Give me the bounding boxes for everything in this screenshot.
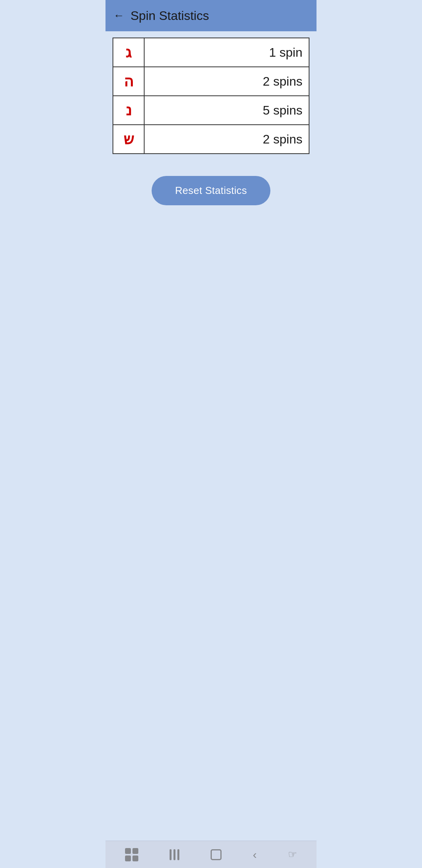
back-arrow-icon: ← bbox=[113, 10, 124, 21]
grid-nav-button[interactable] bbox=[125, 848, 138, 861]
count-cell: 2 spins bbox=[144, 125, 309, 154]
count-cell: 5 spins bbox=[144, 96, 309, 125]
table-row: נ5 spins bbox=[113, 96, 309, 125]
back-chevron-icon: ‹ bbox=[253, 849, 257, 861]
bars-icon bbox=[170, 849, 179, 860]
count-cell: 2 spins bbox=[144, 67, 309, 96]
back-button[interactable]: ← bbox=[113, 10, 124, 21]
hand-icon: ☞ bbox=[288, 848, 297, 861]
header: ← Spin Statistics bbox=[106, 0, 316, 31]
navigation-bar: ‹ ☞ bbox=[106, 841, 316, 868]
screen: ← Spin Statistics ג1 spinה2 spinsנ5 spin… bbox=[106, 0, 316, 868]
symbol-cell: ג bbox=[113, 38, 144, 67]
square-icon bbox=[211, 849, 222, 860]
symbol-cell: נ bbox=[113, 96, 144, 125]
main-content: ג1 spinה2 spinsנ5 spinsש2 spins Reset St… bbox=[106, 31, 316, 841]
table-row: ש2 spins bbox=[113, 125, 309, 154]
table-row: ג1 spin bbox=[113, 38, 309, 67]
accessibility-button[interactable]: ☞ bbox=[288, 848, 297, 861]
grid-icon bbox=[125, 848, 138, 861]
page-title: Spin Statistics bbox=[131, 9, 209, 23]
symbol-cell: ש bbox=[113, 125, 144, 154]
recent-apps-button[interactable] bbox=[170, 849, 179, 860]
count-cell: 1 spin bbox=[144, 38, 309, 67]
table-row: ה2 spins bbox=[113, 67, 309, 96]
stats-table: ג1 spinה2 spinsנ5 spinsש2 spins bbox=[113, 38, 309, 154]
symbol-cell: ה bbox=[113, 67, 144, 96]
back-nav-button[interactable]: ‹ bbox=[253, 849, 257, 861]
home-button[interactable] bbox=[211, 849, 222, 860]
reset-statistics-button[interactable]: Reset Statistics bbox=[152, 176, 270, 205]
